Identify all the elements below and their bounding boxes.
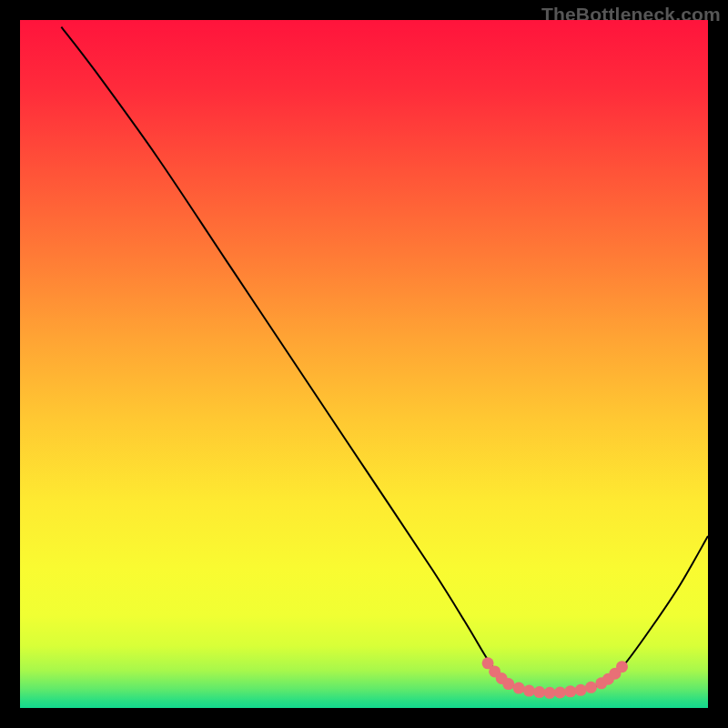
optimal-dot [575,684,587,696]
optimal-dot [523,685,535,697]
optimal-dot [533,686,545,698]
plot-area [20,20,708,708]
chart-svg [20,20,708,708]
optimal-dot [502,678,514,690]
optimal-dot [513,682,525,694]
optimal-dot [544,687,556,699]
optimal-dot [554,686,566,698]
chart-container: TheBottleneck.com [0,0,728,728]
optimal-dot [585,682,597,693]
gradient-background [20,20,708,708]
optimal-dot [564,685,576,697]
optimal-dot [616,661,628,672]
